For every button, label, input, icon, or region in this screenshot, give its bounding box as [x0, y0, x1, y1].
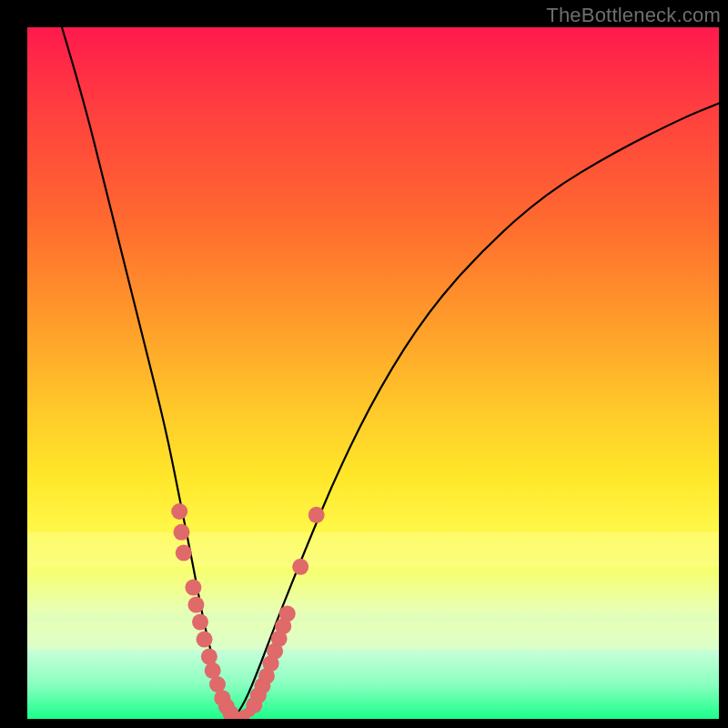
watermark-label: TheBottleneck.com — [546, 4, 721, 27]
curve-left-branch — [62, 27, 233, 719]
curve-layer — [62, 27, 719, 719]
chart-root: { "watermark": "TheBottleneck.com", "col… — [0, 0, 728, 728]
horizontal-bands — [27, 532, 719, 650]
chart-svg — [27, 27, 719, 719]
svg-rect-1 — [27, 622, 719, 650]
dot-right-dots — [279, 605, 296, 622]
dot-left-dots — [197, 632, 213, 648]
dot-left-dots — [192, 614, 208, 631]
dot-left-dots — [201, 649, 217, 665]
dot-left-dots — [171, 503, 187, 520]
svg-rect-0 — [27, 532, 719, 567]
dot-left-dots — [187, 597, 204, 613]
dot-right-dots — [308, 507, 325, 523]
dot-left-dots — [173, 524, 189, 541]
dot-left-dots — [176, 545, 192, 561]
dot-right-dots — [292, 559, 308, 575]
plot-area — [27, 27, 719, 719]
dot-left-dots — [185, 580, 201, 596]
